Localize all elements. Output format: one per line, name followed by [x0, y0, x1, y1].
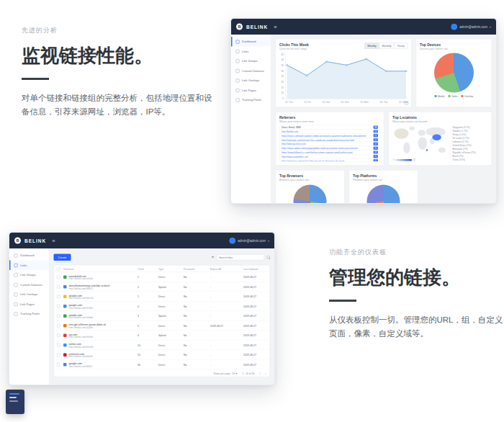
- link-type: Direct: [158, 344, 184, 346]
- sidebar: Dashboard Links Link Groups: [231, 35, 271, 204]
- search-icon[interactable]: [267, 256, 271, 259]
- feature-heading: 监视链接性能。: [22, 44, 219, 68]
- row-checkbox[interactable]: [57, 305, 60, 308]
- period-tab[interactable]: Monthly: [379, 43, 395, 50]
- y-axis-labels: 45403530252015105: [279, 53, 285, 100]
- row-checkbox[interactable]: [57, 314, 60, 318]
- table-row[interactable]: aq.com https://belink.com/8f3e6d 4 Splas…: [54, 331, 270, 341]
- sidebar-item[interactable]: Tracking Pixels: [231, 95, 271, 105]
- link-favicon: [63, 275, 67, 279]
- column-header-updated[interactable]: Last Updated: [243, 267, 274, 270]
- user-avatar: [230, 238, 236, 244]
- prev-page-button[interactable]: ‹: [260, 372, 261, 375]
- hamburger-menu-icon[interactable]: ≡: [274, 24, 276, 30]
- table-row[interactable]: google.com https://belink.com/2b8d4e 3 S…: [54, 311, 270, 321]
- select-all-checkbox[interactable]: [57, 267, 60, 271]
- row-checkbox[interactable]: [57, 295, 60, 298]
- sidebar-item[interactable]: Links: [9, 261, 49, 271]
- click-count-badge: 1: [374, 134, 379, 137]
- legend-label: Tablet: [451, 95, 458, 98]
- link-password: No: [184, 363, 210, 366]
- sidebar-item-icon: [236, 69, 240, 73]
- sidebar-item[interactable]: Link Pages: [231, 86, 271, 96]
- sidebar-item[interactable]: Link Groups: [231, 56, 271, 66]
- card-title: Top Locations: [392, 116, 488, 120]
- top-platforms-card: Top Platforms Platforms your visitors us…: [349, 170, 418, 204]
- table-row[interactable]: google.com https://belink.com/9d2c7b 1 D…: [54, 292, 270, 302]
- row-checkbox[interactable]: [57, 333, 60, 337]
- rows-per-page-value: 10: [232, 372, 235, 374]
- rows-per-page-select[interactable]: Rows per page: 10 ▾: [214, 372, 238, 375]
- next-page-button[interactable]: ›: [265, 372, 266, 375]
- row-checkbox[interactable]: [57, 344, 60, 347]
- row-checkbox[interactable]: [57, 353, 60, 356]
- row-checkbox[interactable]: [57, 324, 60, 328]
- row-checkbox[interactable]: [57, 363, 60, 367]
- scale-gradient: [395, 159, 412, 161]
- link-type: Direct: [158, 324, 184, 327]
- export-icon[interactable]: [405, 102, 408, 105]
- link-clicks: 0: [138, 305, 158, 307]
- link-favicon: [63, 353, 67, 356]
- sidebar-item[interactable]: Custom Domains: [9, 280, 49, 290]
- sidebar-item-label: Dashboard: [242, 40, 256, 44]
- create-link-button[interactable]: Create: [54, 253, 71, 261]
- sidebar-item[interactable]: Link Overlays: [231, 76, 271, 86]
- x-tick-label: 24, Sun: [341, 101, 348, 104]
- legend-item: Desktop: [462, 95, 473, 98]
- sidebar-item-label: Link Overlays: [20, 293, 37, 297]
- legend-label: Mobile: [438, 95, 445, 98]
- row-checkbox[interactable]: [57, 275, 60, 279]
- link-updated: 2019-08-27: [243, 354, 274, 356]
- sidebar-item-icon: [14, 283, 18, 287]
- link-password: No: [184, 305, 210, 307]
- referrer-row[interactable]: https://www.tyy.com/watch-laborum-ab-est…: [280, 158, 380, 161]
- column-header-type[interactable]: Type: [158, 267, 184, 270]
- sidebar-item[interactable]: Links: [231, 47, 271, 57]
- hamburger-menu-icon[interactable]: ≡: [52, 238, 55, 244]
- user-menu[interactable]: admin@admin.com ▾: [230, 238, 269, 244]
- column-header-password[interactable]: Password: [184, 267, 210, 270]
- referrer-url: http://unknown.com/internet-the-i-syndic…: [282, 138, 354, 141]
- app-navbar: B BELINK ≡ admin@admin.com ▾: [231, 19, 496, 35]
- sidebar-item[interactable]: Dashboard: [231, 37, 271, 47]
- sidebar-item-icon: [14, 253, 18, 257]
- sidebar-item[interactable]: Custom Domains: [231, 66, 271, 76]
- period-tab[interactable]: Weekly: [364, 43, 379, 50]
- table-row[interactable]: www.themarketing.com/abc-or-beck https:/…: [54, 282, 270, 292]
- filter-icon[interactable]: [212, 256, 215, 259]
- sidebar-item[interactable]: Dashboard: [9, 251, 49, 261]
- column-header-summary[interactable]: Summary: [63, 267, 138, 270]
- link-expires: -: [210, 285, 243, 288]
- referrer-url: http://www.go-micro.site: [282, 143, 306, 145]
- link-password: No: [184, 354, 210, 356]
- column-header-clicks[interactable]: Clicks: [138, 267, 158, 270]
- sidebar-item-icon: [14, 312, 18, 315]
- sidebar-item[interactable]: Tracking Pixels: [9, 309, 49, 319]
- sidebar-item-label: Custom Domains: [242, 69, 264, 73]
- y-tick-label: 25: [279, 75, 284, 78]
- belink-logo-icon: B: [14, 238, 21, 244]
- link-clicks: 5: [138, 324, 158, 327]
- table-row[interactable]: twitter.com https://belink.com/4c9a1b 10…: [54, 341, 270, 351]
- sidebar-item[interactable]: Link Groups: [9, 270, 49, 280]
- chevron-down-icon: ▾: [268, 239, 269, 243]
- row-checkbox[interactable]: [57, 285, 60, 289]
- table-row[interactable]: www.belink.net https://belink.com/5c6465…: [54, 272, 270, 282]
- y-tick-label: 40: [279, 58, 284, 61]
- column-header-expires[interactable]: Expires At: [210, 267, 243, 270]
- y-tick-label: 15: [279, 86, 284, 89]
- sidebar-item[interactable]: Link Pages: [9, 300, 49, 310]
- period-tab[interactable]: Yearly: [395, 43, 408, 50]
- search-input[interactable]: [217, 254, 264, 261]
- table-row[interactable]: google.com https://belink.com/7e1f9a 0 D…: [54, 302, 270, 312]
- link-updated: 2019-08-27: [243, 305, 274, 307]
- table-row[interactable]: funs.gb.url/lorem-ipsum-dolor-sit https:…: [54, 321, 270, 331]
- table-row[interactable]: google.com https://belink.com/0f5b7c 30 …: [54, 360, 270, 370]
- link-type: Splash: [158, 285, 184, 288]
- feature-eyebrow: 功能齐全的仪表板: [329, 248, 504, 257]
- user-menu[interactable]: admin@admin.com ▾: [451, 24, 491, 30]
- table-row[interactable]: pinterest.com https://belink.com/6d2e8f …: [54, 350, 270, 360]
- link-short-url: https://belink.com/6d2e8f: [69, 355, 93, 357]
- sidebar-item[interactable]: Link Overlays: [9, 289, 49, 300]
